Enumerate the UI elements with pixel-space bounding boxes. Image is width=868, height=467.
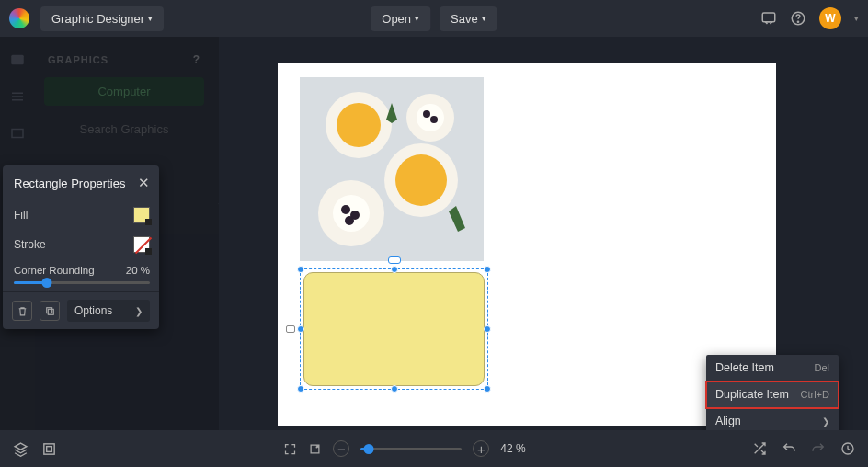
artboard-icon[interactable]: [41, 441, 57, 457]
resize-handle-bl[interactable]: [297, 385, 304, 393]
ctx-align-item[interactable]: Align ❯: [706, 408, 839, 430]
save-label: Save: [451, 12, 478, 26]
resize-handle-tr[interactable]: [484, 266, 491, 273]
svg-rect-3: [11, 55, 24, 65]
fit-screen-icon[interactable]: [283, 442, 297, 456]
save-button[interactable]: Save ▾: [440, 6, 497, 31]
avatar-letter: W: [825, 12, 835, 25]
chevron-down-icon[interactable]: ▾: [854, 14, 859, 23]
svg-point-15: [345, 216, 354, 225]
layers-icon[interactable]: [13, 441, 29, 457]
chevron-down-icon: ▾: [482, 14, 486, 23]
app-title-label: Graphic Designer: [51, 12, 144, 26]
sidebar-heading: GRAPHICS: [48, 54, 108, 65]
svg-point-17: [417, 104, 444, 131]
canvas-area[interactable]: Delete Item Del Duplicate Item Ctrl+D Al…: [219, 37, 868, 430]
search-graphics-input[interactable]: Search Graphics: [42, 117, 206, 153]
resize-handle-tl[interactable]: [297, 266, 304, 273]
svg-point-8: [337, 103, 381, 147]
ctx-delete-item[interactable]: Delete Item Del: [706, 355, 839, 382]
delete-button[interactable]: [12, 301, 32, 321]
import-computer-button[interactable]: Computer: [44, 77, 204, 106]
svg-point-19: [430, 116, 438, 123]
ctx-item-label: Duplicate Item: [715, 388, 789, 401]
actual-size-icon[interactable]: [308, 442, 322, 456]
sidebar-help-icon[interactable]: ?: [193, 53, 200, 66]
app-title-dropdown[interactable]: Graphic Designer ▾: [40, 6, 164, 31]
stroke-label: Stroke: [14, 238, 46, 251]
undo-icon[interactable]: [782, 441, 796, 456]
resize-handle-br[interactable]: [484, 385, 491, 393]
svg-rect-22: [44, 443, 54, 453]
ctx-item-shortcut: Del: [814, 362, 829, 373]
ctx-item-label: Align: [715, 415, 741, 427]
duplicate-button[interactable]: [40, 301, 60, 321]
rail-lines-icon[interactable]: [9, 88, 26, 105]
resize-handle-bm[interactable]: [391, 385, 398, 393]
corner-rounding-label: Corner Rounding: [14, 265, 95, 276]
stroke-swatch[interactable]: [133, 236, 150, 253]
svg-rect-4: [12, 130, 23, 138]
corner-rounding-value: 20 %: [126, 265, 150, 276]
svg-point-18: [423, 110, 430, 118]
search-placeholder: Search Graphics: [80, 122, 169, 136]
resize-handle-mr[interactable]: [484, 325, 491, 333]
zoom-in-button[interactable]: +: [473, 440, 489, 457]
properties-title: Rectangle Properties: [14, 177, 125, 190]
fill-swatch[interactable]: [133, 207, 150, 223]
resize-handle-ml[interactable]: [297, 325, 304, 333]
import-computer-label: Computer: [97, 85, 150, 98]
chevron-right-icon: ❯: [822, 416, 829, 427]
svg-rect-21: [46, 307, 51, 313]
close-icon[interactable]: ✕: [138, 175, 150, 191]
rail-rect-icon[interactable]: [9, 125, 26, 142]
chevron-right-icon: ❯: [135, 306, 143, 316]
svg-point-10: [395, 154, 447, 206]
rail-image-icon[interactable]: [9, 51, 26, 68]
ctx-item-shortcut: Ctrl+D: [801, 389, 829, 400]
top-bar: Graphic Designer ▾ Open ▾ Save ▾ W ▾: [0, 0, 868, 37]
slider-thumb[interactable]: [364, 444, 374, 454]
options-button[interactable]: Options ❯: [67, 300, 150, 322]
redo-icon[interactable]: [811, 441, 826, 456]
svg-point-2: [797, 21, 798, 22]
svg-point-13: [341, 205, 350, 214]
rotate-handle[interactable]: [388, 256, 401, 264]
link-handle[interactable]: [286, 325, 295, 333]
resize-handle-tm[interactable]: [391, 266, 398, 273]
rectangle-shape[interactable]: [303, 272, 485, 386]
chevron-down-icon: ▾: [415, 14, 419, 23]
selected-rectangle[interactable]: [300, 268, 488, 390]
zoom-value: 42 %: [500, 442, 525, 455]
bottom-bar: − + 42 %: [0, 430, 868, 467]
zoom-slider[interactable]: [360, 448, 462, 450]
history-icon[interactable]: [840, 441, 855, 456]
corner-rounding-slider[interactable]: [14, 281, 150, 284]
chevron-down-icon: ▾: [148, 14, 153, 23]
app-logo-icon[interactable]: [9, 8, 29, 28]
shuffle-icon[interactable]: [752, 441, 767, 456]
context-menu: Delete Item Del Duplicate Item Ctrl+D Al…: [706, 355, 839, 430]
svg-rect-23: [47, 446, 52, 451]
ctx-item-label: Delete Item: [715, 361, 774, 374]
feedback-icon[interactable]: [760, 10, 777, 27]
svg-rect-20: [48, 309, 53, 314]
options-label: Options: [74, 304, 112, 317]
fill-label: Fill: [14, 209, 28, 222]
user-avatar[interactable]: W: [819, 7, 841, 29]
canvas-image[interactable]: [300, 77, 484, 261]
help-icon[interactable]: [790, 10, 806, 27]
zoom-out-button[interactable]: −: [333, 440, 349, 457]
properties-panel: Rectangle Properties ✕ Fill Stroke Corne…: [3, 165, 159, 329]
open-label: Open: [382, 12, 411, 26]
ctx-duplicate-item[interactable]: Duplicate Item Ctrl+D: [706, 382, 839, 408]
slider-thumb[interactable]: [41, 278, 51, 288]
open-button[interactable]: Open ▾: [371, 6, 430, 31]
svg-rect-0: [762, 13, 775, 22]
